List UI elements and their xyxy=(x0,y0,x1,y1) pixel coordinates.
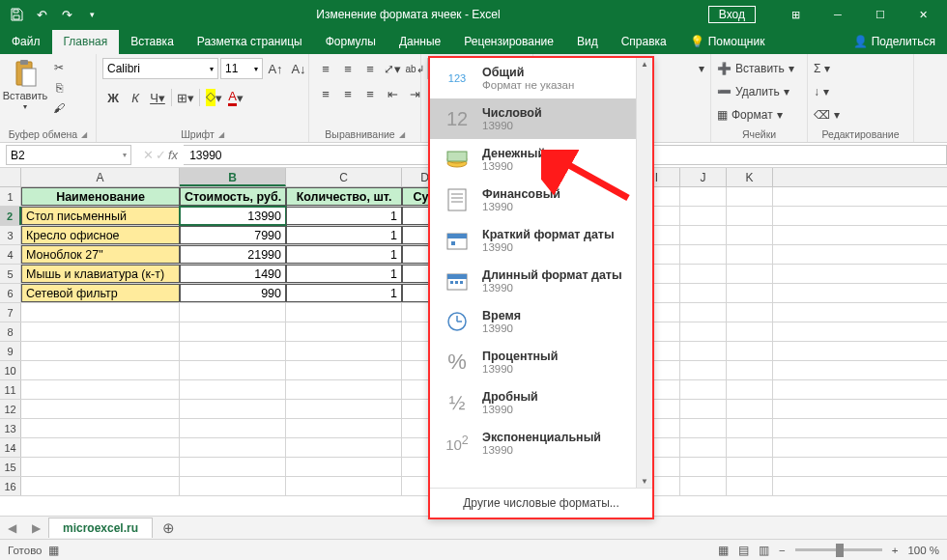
align-right-icon[interactable]: ≡ xyxy=(359,83,381,104)
cell[interactable]: Кресло офисное xyxy=(21,226,180,244)
cell[interactable]: 21990 xyxy=(180,245,286,264)
zoom-in-button[interactable]: + xyxy=(892,545,899,556)
cell[interactable] xyxy=(286,303,402,322)
number-format-option[interactable]: Время 13990 xyxy=(430,301,652,342)
cell[interactable]: 1 xyxy=(286,284,402,302)
row-header[interactable]: 8 xyxy=(0,322,21,341)
more-number-formats-button[interactable]: Другие числовые форматы... xyxy=(430,488,652,518)
format-cells-button[interactable]: ▦Формат▾ xyxy=(717,104,783,126)
clipboard-launcher-icon[interactable]: ◢ xyxy=(81,130,87,139)
cell[interactable]: 13990 xyxy=(180,207,286,225)
sheet-nav-next-icon[interactable]: ▶ xyxy=(24,521,48,535)
cell[interactable] xyxy=(680,207,727,225)
redo-icon[interactable]: ↷ xyxy=(56,4,77,25)
cell[interactable] xyxy=(180,303,286,322)
alignment-launcher-icon[interactable]: ◢ xyxy=(399,130,405,139)
cell[interactable] xyxy=(286,322,402,341)
undo-icon[interactable]: ↶ xyxy=(31,4,52,25)
cell[interactable] xyxy=(727,477,773,495)
autosum-button[interactable]: Σ▾ xyxy=(814,58,830,79)
cell[interactable]: 7990 xyxy=(180,226,286,244)
font-name-combo[interactable]: Calibri▾ xyxy=(102,58,218,79)
cell[interactable] xyxy=(727,322,773,341)
number-format-option[interactable]: 102 Экспоненциальный 13990 xyxy=(430,423,652,463)
font-size-combo[interactable]: 11▾ xyxy=(220,58,263,79)
maximize-button[interactable]: ☐ xyxy=(860,1,901,28)
row-header[interactable]: 14 xyxy=(0,438,21,457)
column-header[interactable]: K xyxy=(727,168,773,186)
cell[interactable] xyxy=(680,187,727,206)
zoom-out-button[interactable]: − xyxy=(779,545,786,556)
qat-customize-icon[interactable]: ▾ xyxy=(81,4,102,25)
name-box[interactable]: B2▾ xyxy=(6,145,131,165)
align-center-icon[interactable]: ≡ xyxy=(337,83,359,104)
cell[interactable] xyxy=(21,400,180,418)
cell[interactable]: 990 xyxy=(180,284,286,302)
tell-me-button[interactable]: 💡Помощник xyxy=(678,30,777,54)
decrease-indent-icon[interactable]: ⇤ xyxy=(382,83,403,104)
cell[interactable] xyxy=(680,400,727,418)
cell[interactable] xyxy=(680,226,727,244)
cell[interactable] xyxy=(727,419,773,437)
row-header[interactable]: 10 xyxy=(0,361,21,379)
cell[interactable] xyxy=(727,438,773,457)
row-header[interactable]: 16 xyxy=(0,477,21,495)
fill-color-icon[interactable]: ◇▾ xyxy=(203,87,224,108)
cell[interactable] xyxy=(286,477,402,495)
tab-view[interactable]: Вид xyxy=(565,30,610,54)
cell[interactable] xyxy=(727,265,773,283)
row-header[interactable]: 15 xyxy=(0,458,21,476)
clear-button[interactable]: ⌫▾ xyxy=(814,104,840,126)
sign-in-button[interactable]: Вход xyxy=(708,6,756,23)
cell[interactable] xyxy=(180,380,286,399)
cell[interactable] xyxy=(727,303,773,322)
cell[interactable] xyxy=(180,419,286,437)
row-header[interactable]: 3 xyxy=(0,226,21,244)
zoom-slider[interactable] xyxy=(795,548,882,551)
borders-icon[interactable]: ⊞▾ xyxy=(175,87,196,108)
cell[interactable]: Наименование xyxy=(21,187,180,206)
cell[interactable] xyxy=(180,458,286,476)
cell[interactable] xyxy=(180,438,286,457)
sheet-tab[interactable]: microexcel.ru xyxy=(48,518,153,538)
column-header[interactable]: J xyxy=(680,168,727,186)
view-page-break-icon[interactable]: ▥ xyxy=(759,544,769,557)
cell[interactable] xyxy=(680,458,727,476)
cell[interactable]: 1 xyxy=(286,265,402,283)
cell[interactable] xyxy=(680,477,727,495)
column-header[interactable]: C xyxy=(286,168,402,186)
underline-button[interactable]: Ч▾ xyxy=(147,87,168,108)
row-header[interactable]: 2 xyxy=(0,207,21,225)
cell[interactable] xyxy=(180,477,286,495)
cell[interactable]: Моноблок 27" xyxy=(21,245,180,264)
cell[interactable] xyxy=(727,361,773,379)
cell[interactable] xyxy=(680,438,727,457)
number-format-option[interactable]: ½ Дробный 13990 xyxy=(430,382,652,423)
cell[interactable] xyxy=(21,380,180,399)
cell[interactable] xyxy=(727,400,773,418)
cell[interactable] xyxy=(286,342,402,360)
cell[interactable] xyxy=(727,380,773,399)
save-icon[interactable] xyxy=(6,4,27,25)
fx-icon[interactable]: fx xyxy=(168,148,178,162)
cell[interactable] xyxy=(180,322,286,341)
format-painter-icon[interactable]: 🖌 xyxy=(48,98,70,118)
close-button[interactable]: ✕ xyxy=(903,1,943,28)
number-format-option[interactable]: Финансовый 13990 xyxy=(430,180,652,220)
cell[interactable]: 1490 xyxy=(180,265,286,283)
cell[interactable] xyxy=(727,226,773,244)
paste-button[interactable]: Вставить▾ xyxy=(6,58,44,111)
cell[interactable]: Сетевой фильтр xyxy=(21,284,180,302)
number-format-option[interactable]: Краткий формат даты 13990 xyxy=(430,220,652,261)
cell[interactable]: Стол письменный xyxy=(21,207,180,225)
cell[interactable] xyxy=(727,342,773,360)
tab-file[interactable]: Файл xyxy=(0,30,52,54)
tab-formulas[interactable]: Формулы xyxy=(314,30,387,54)
row-header[interactable]: 12 xyxy=(0,400,21,418)
cell[interactable] xyxy=(286,458,402,476)
tab-insert[interactable]: Вставка xyxy=(119,30,186,54)
cell[interactable]: Количество, шт. xyxy=(286,187,402,206)
cell[interactable] xyxy=(680,342,727,360)
cell[interactable] xyxy=(680,303,727,322)
align-bottom-icon[interactable]: ≡ xyxy=(359,58,381,79)
